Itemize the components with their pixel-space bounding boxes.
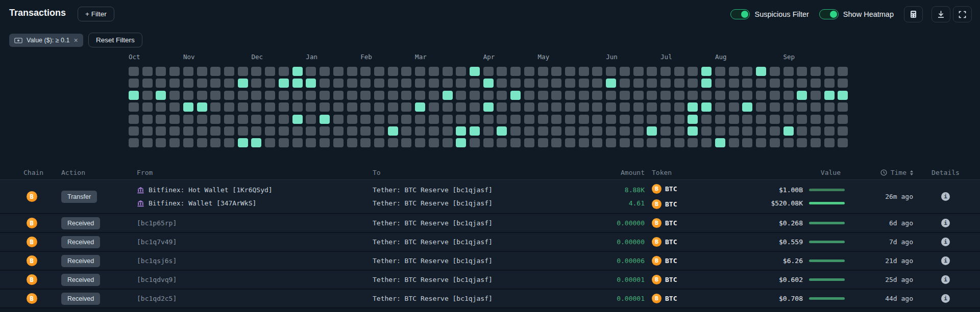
heatmap-cell[interactable] <box>320 138 330 147</box>
heatmap-cell[interactable] <box>838 67 848 76</box>
heatmap-cell[interactable] <box>360 102 371 112</box>
heatmap-cell[interactable] <box>688 138 698 147</box>
heatmap-cell[interactable] <box>197 91 207 100</box>
to-address[interactable]: Tether: BTC Reserve [bc1qjasf] <box>373 295 607 302</box>
to-address[interactable]: Tether: BTC Reserve [bc1qjasf] <box>373 219 607 227</box>
heatmap-cell[interactable] <box>824 126 835 136</box>
heatmap-cell[interactable] <box>210 126 220 136</box>
heatmap-cell[interactable] <box>251 115 261 124</box>
heatmap-cell[interactable] <box>238 102 248 112</box>
heatmap-cell[interactable] <box>742 102 752 112</box>
heatmap-cell[interactable] <box>210 91 220 100</box>
heatmap-cell[interactable] <box>701 115 712 124</box>
heatmap-cell[interactable] <box>456 115 466 124</box>
table-row[interactable]: BReceived[bc1qdvq9]Tether: BTC Reserve [… <box>0 271 980 290</box>
heatmap-cell[interactable] <box>811 79 821 88</box>
heatmap-cell[interactable] <box>129 115 139 124</box>
heatmap-cell[interactable] <box>320 79 330 88</box>
heatmap-cell[interactable] <box>701 91 712 100</box>
heatmap-cell[interactable] <box>224 91 234 100</box>
heatmap-cell[interactable] <box>142 79 153 88</box>
chip-close-icon[interactable]: × <box>74 37 78 44</box>
reset-filters-button[interactable]: Reset Filters <box>88 33 142 47</box>
heatmap-cell[interactable] <box>456 126 466 136</box>
heatmap-cell[interactable] <box>647 138 657 147</box>
heatmap-cell[interactable] <box>620 115 630 124</box>
heatmap-cell[interactable] <box>470 115 480 124</box>
heatmap-cell[interactable] <box>347 79 357 88</box>
heatmap-cell[interactable] <box>456 102 466 112</box>
heatmap-cell[interactable] <box>660 138 671 147</box>
heatmap-cell[interactable] <box>510 91 521 100</box>
heatmap-cell[interactable] <box>797 67 807 76</box>
heatmap-cell[interactable] <box>156 79 166 88</box>
heatmap-cell[interactable] <box>415 126 425 136</box>
heatmap-cell[interactable] <box>470 91 480 100</box>
heatmap-cell[interactable] <box>838 115 848 124</box>
heatmap-cell[interactable] <box>320 91 330 100</box>
heatmap-cell[interactable] <box>551 138 561 147</box>
heatmap-cell[interactable] <box>429 102 439 112</box>
heatmap-cell[interactable] <box>470 138 480 147</box>
heatmap-cell[interactable] <box>443 115 453 124</box>
heatmap-cell[interactable] <box>688 102 698 112</box>
heatmap-cell[interactable] <box>443 126 453 136</box>
heatmap-cell[interactable] <box>701 79 712 88</box>
heatmap-cell[interactable] <box>606 91 616 100</box>
heatmap-cell[interactable] <box>265 138 275 147</box>
heatmap-cell[interactable] <box>783 115 794 124</box>
heatmap-cell[interactable] <box>197 138 207 147</box>
heatmap-cell[interactable] <box>224 79 234 88</box>
heatmap-cell[interactable] <box>169 126 180 136</box>
heatmap-cell[interactable] <box>415 138 425 147</box>
heatmap-cell[interactable] <box>142 67 153 76</box>
heatmap-cell[interactable] <box>470 102 480 112</box>
heatmap-cell[interactable] <box>497 67 507 76</box>
heatmap-cell[interactable] <box>456 138 466 147</box>
heatmap-cell[interactable] <box>224 67 234 76</box>
heatmap-cell[interactable] <box>279 115 289 124</box>
heatmap-cell[interactable] <box>197 126 207 136</box>
heatmap-cell[interactable] <box>592 115 602 124</box>
heatmap-cell[interactable] <box>456 67 466 76</box>
heatmap-cell[interactable] <box>183 91 193 100</box>
value-filter-chip[interactable]: Value ($): ≥ 0.1 × <box>9 34 83 47</box>
heatmap-cell[interactable] <box>251 91 261 100</box>
heatmap-cell[interactable] <box>538 115 548 124</box>
heatmap-cell[interactable] <box>729 126 739 136</box>
heatmap-cell[interactable] <box>388 102 398 112</box>
heatmap-cell[interactable] <box>156 138 166 147</box>
heatmap-cell[interactable] <box>292 67 303 76</box>
heatmap-cell[interactable] <box>292 102 303 112</box>
heatmap-cell[interactable] <box>333 91 344 100</box>
heatmap-cell[interactable] <box>551 115 561 124</box>
heatmap-cell[interactable] <box>551 102 561 112</box>
heatmap-cell[interactable] <box>524 79 534 88</box>
fullscreen-button[interactable] <box>953 6 972 22</box>
heatmap-cell[interactable] <box>169 91 180 100</box>
heatmap-cell[interactable] <box>524 126 534 136</box>
heatmap-cell[interactable] <box>647 115 657 124</box>
heatmap-cell[interactable] <box>797 102 807 112</box>
heatmap-cell[interactable] <box>592 67 602 76</box>
heatmap-cell[interactable] <box>606 138 616 147</box>
heatmap-cell[interactable] <box>756 126 766 136</box>
heatmap-cell[interactable] <box>756 102 766 112</box>
heatmap-cell[interactable] <box>606 102 616 112</box>
heatmap-cell[interactable] <box>265 79 275 88</box>
heatmap-cell[interactable] <box>660 79 671 88</box>
heatmap-cell[interactable] <box>483 126 494 136</box>
info-icon[interactable]: i <box>941 256 950 265</box>
from-address[interactable]: [bc1qdvq9] <box>137 276 373 283</box>
heatmap-cell[interactable] <box>483 102 494 112</box>
heatmap-cell[interactable] <box>524 102 534 112</box>
heatmap-cell[interactable] <box>333 79 344 88</box>
heatmap-cell[interactable] <box>660 115 671 124</box>
heatmap-cell[interactable] <box>347 115 357 124</box>
heatmap-cell[interactable] <box>742 79 752 88</box>
heatmap-cell[interactable] <box>401 126 411 136</box>
heatmap-cell[interactable] <box>647 102 657 112</box>
heatmap-cell[interactable] <box>620 91 630 100</box>
heatmap-cell[interactable] <box>551 91 561 100</box>
heatmap-cell[interactable] <box>824 115 835 124</box>
